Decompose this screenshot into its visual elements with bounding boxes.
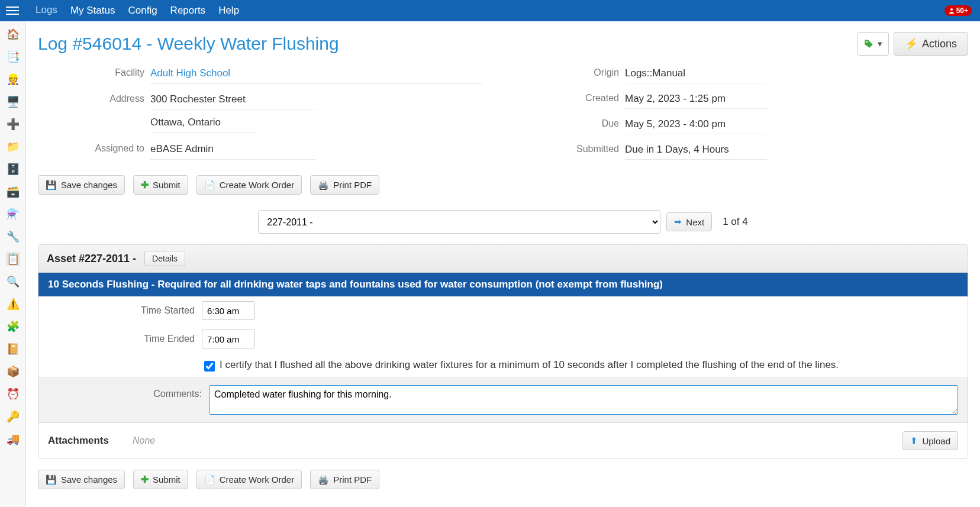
asset-panel-header: Asset #227-2011 - Details: [38, 245, 968, 273]
monitor-icon[interactable]: 🖥️: [6, 95, 20, 109]
hardhat-icon[interactable]: 👷: [6, 72, 20, 86]
main-content: Log #546014 - Weekly Water Flushing ▾ ⚡ …: [26, 21, 980, 501]
tag-icon: [864, 39, 873, 49]
asset-dropdown[interactable]: 227-2011 -: [258, 210, 660, 234]
tag-dropdown-button[interactable]: ▾: [858, 32, 889, 56]
nav-help[interactable]: Help: [218, 5, 239, 17]
menu-toggle-icon[interactable]: [6, 4, 19, 17]
print-pdf-button[interactable]: 🖨️ Print PDF: [310, 175, 379, 195]
create-wo-label: Create Work Order: [220, 180, 294, 190]
save-label: Save changes: [61, 180, 117, 190]
notifications[interactable]: 50+: [944, 5, 972, 16]
key-icon[interactable]: 🔑: [6, 409, 20, 424]
print-pdf-label: Print PDF: [333, 474, 372, 485]
upload-icon: ⬆: [910, 435, 918, 446]
warning-icon[interactable]: ⚠️: [6, 297, 20, 311]
svg-point-1: [866, 41, 868, 43]
due-value: May 5, 2023 - 4:00 pm: [625, 117, 767, 134]
created-value: May 2, 2023 - 1:25 pm: [625, 92, 767, 109]
top-bar: Logs My Status Config Reports Help 50+: [0, 0, 980, 21]
address-line1: 300 Rochester Street: [150, 92, 316, 109]
next-asset-button[interactable]: ➡ Next: [666, 212, 712, 231]
archive-icon[interactable]: 🗃️: [6, 185, 20, 199]
facility-label: Facility: [62, 66, 144, 84]
actions-button[interactable]: ⚡ Actions: [894, 32, 968, 56]
nav-config[interactable]: Config: [128, 5, 157, 17]
wrench-icon[interactable]: 🔧: [6, 230, 20, 244]
search-doc-icon[interactable]: 🔍: [6, 275, 20, 289]
plus-icon: ✚: [141, 179, 149, 190]
create-work-order-button-bottom[interactable]: 📄 Create Work Order: [196, 470, 302, 489]
submit-label: Submit: [153, 474, 180, 485]
create-work-order-button[interactable]: 📄 Create Work Order: [196, 175, 302, 195]
page-title: Log #546014 - Weekly Water Flushing: [38, 34, 339, 54]
storage-icon[interactable]: 🗄️: [6, 162, 20, 176]
nav-logs[interactable]: Logs: [36, 4, 57, 17]
puzzle-icon[interactable]: 🧩: [6, 319, 20, 334]
time-ended-row: Time Ended: [38, 325, 968, 353]
save-label: Save changes: [61, 474, 117, 485]
facility-link[interactable]: Adult High School: [150, 66, 482, 84]
print-pdf-button-bottom[interactable]: 🖨️ Print PDF: [310, 470, 379, 489]
origin-value: Logs::Manual: [625, 66, 767, 83]
attachments-none: None: [133, 435, 155, 446]
assigned-value: eBASE Admin: [150, 142, 316, 160]
submit-button[interactable]: ✚ Submit: [133, 175, 188, 195]
asset-title: Asset #227-2011 -: [47, 253, 136, 265]
address-label: Address: [62, 92, 144, 133]
submit-button-bottom[interactable]: ✚ Submit: [133, 470, 188, 489]
time-ended-input[interactable]: [202, 330, 255, 348]
task-heading-bar: 10 Seconds Flushing - Required for all d…: [38, 273, 968, 296]
save-button-bottom[interactable]: 💾 Save changes: [38, 470, 125, 489]
comments-textarea[interactable]: [209, 385, 958, 415]
home-icon[interactable]: 🏠: [6, 27, 20, 41]
work-order-icon: 📄: [204, 474, 215, 485]
time-started-label: Time Started: [48, 305, 202, 316]
folder-icon[interactable]: 📁: [6, 140, 20, 154]
title-actions: ▾ ⚡ Actions: [858, 32, 968, 56]
submit-label: Submit: [153, 180, 180, 190]
details-button[interactable]: Details: [144, 251, 185, 266]
save-button[interactable]: 💾 Save changes: [38, 175, 125, 195]
box-icon[interactable]: 📦: [6, 364, 20, 379]
nav-reports[interactable]: Reports: [170, 5, 206, 17]
action-button-row-bottom: 💾 Save changes ✚ Submit 📄 Create Work Or…: [38, 470, 968, 489]
certification-row: I certify that I flushed all the above d…: [38, 353, 968, 377]
title-row: Log #546014 - Weekly Water Flushing ▾ ⚡ …: [38, 32, 968, 56]
actions-label: Actions: [922, 38, 957, 50]
lightning-icon: ⚡: [905, 37, 918, 50]
clipboard-icon[interactable]: 📋: [6, 252, 20, 266]
attachments-row: Attachments None ⬆ Upload: [38, 422, 968, 458]
asset-form: Time Started Time Ended I certify that I…: [38, 296, 968, 458]
certification-checkbox[interactable]: [204, 361, 215, 372]
asset-selector-row: 227-2011 - ➡ Next 1 of 4: [38, 210, 968, 234]
user-icon: [948, 7, 955, 14]
printer-icon: 🖨️: [318, 180, 329, 190]
work-order-icon: 📄: [204, 180, 215, 190]
save-icon: 💾: [46, 474, 57, 485]
print-pdf-label: Print PDF: [333, 180, 372, 190]
notification-badge[interactable]: 50+: [944, 5, 972, 16]
upload-button[interactable]: ⬆ Upload: [902, 431, 958, 450]
action-button-row-top: 💾 Save changes ✚ Submit 📄 Create Work Or…: [38, 175, 968, 195]
comments-row: Comments:: [38, 377, 968, 422]
notification-count: 50+: [956, 7, 968, 15]
nav-my-status[interactable]: My Status: [70, 5, 115, 17]
medical-icon[interactable]: ➕: [6, 117, 20, 131]
assigned-label: Assigned to: [62, 142, 144, 160]
printer-icon: 🖨️: [318, 474, 329, 485]
info-grid: Facility Adult High School Address 300 R…: [38, 66, 968, 160]
book-icon[interactable]: 📔: [6, 342, 20, 356]
time-started-input[interactable]: [202, 301, 255, 320]
submitted-value: Due in 1 Days, 4 Hours: [625, 143, 767, 160]
create-wo-label: Create Work Order: [220, 474, 294, 485]
flask-icon[interactable]: ⚗️: [6, 207, 20, 221]
copy-icon[interactable]: 📑: [6, 50, 20, 64]
comments-label: Comments:: [48, 385, 202, 399]
due-label: Due: [548, 117, 619, 134]
attachments-label: Attachments: [48, 435, 109, 447]
info-col-right: Origin Logs::Manual Created May 2, 2023 …: [548, 66, 767, 160]
truck-icon[interactable]: 🚚: [6, 432, 20, 446]
clock-icon[interactable]: ⏰: [6, 387, 20, 401]
chevron-down-icon: ▾: [878, 38, 882, 49]
